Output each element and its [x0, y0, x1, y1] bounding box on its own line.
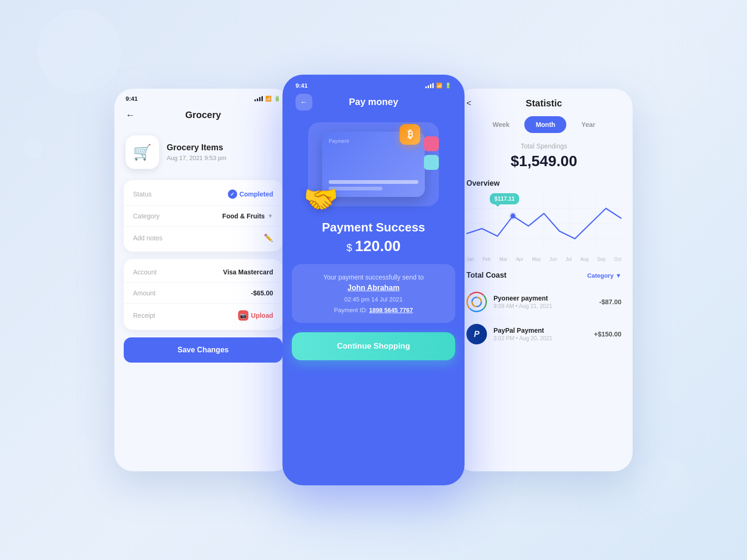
total-spendings: Total Spendings $1,549.00 [455, 142, 633, 179]
pay-info-card: Your payment successfully send to John A… [292, 264, 455, 323]
transaction-item-pyoneer[interactable]: Pyoneer payment 9:09 AM • Aug 21, 2021 -… [466, 286, 621, 318]
edit-icon[interactable]: ✏️ [264, 233, 273, 242]
notes-label: Add notes [133, 234, 162, 242]
status-value: ✓ Completed [228, 189, 273, 199]
chart-tooltip: $117.11 [490, 193, 519, 204]
amount-label: Amount [133, 289, 155, 297]
grocery-back-button[interactable]: ← [126, 110, 135, 120]
x-label-mar: Mar [499, 257, 507, 262]
teal-square [424, 155, 439, 170]
paypal-icon: P [466, 324, 487, 344]
paypal-time: 3:02 PM • Aug 20, 2021 [493, 335, 587, 342]
stat-header: < Statistic [455, 89, 633, 116]
chart-svg [466, 193, 621, 254]
category-row[interactable]: Category Food & Fruits ▼ [124, 206, 282, 227]
grocery-item-text: Grocery Items Aug 17, 2021 9:53 pm [167, 143, 226, 161]
pay-signal-icon [425, 83, 434, 88]
pyoneer-icon [466, 292, 487, 312]
total-coast-section: Total Coast Category ▼ Pyonee [455, 266, 633, 350]
pay-send-text: Your payment successfully send to [301, 273, 446, 281]
pay-title: Pay money [349, 97, 398, 107]
pay-id: Payment ID: 1898 5645 7767 [301, 307, 446, 314]
grocery-item-name: Grocery Items [167, 143, 226, 153]
pyoneer-time: 9:09 AM • Aug 21, 2021 [493, 303, 593, 309]
battery-icon: 🔋 [274, 96, 281, 102]
total-coast-header: Total Coast Category ▼ [466, 271, 621, 280]
time-pay: 9:41 [296, 82, 308, 89]
check-icon: ✓ [228, 189, 237, 199]
save-changes-button[interactable]: Save Changes [124, 337, 282, 363]
phone-stat: < Statistic Week Month Year Total Spendi… [455, 89, 633, 471]
paypal-amount: +$150.00 [594, 330, 621, 338]
svg-point-7 [509, 212, 517, 220]
pyoneer-info: Pyoneer payment 9:09 AM • Aug 21, 2021 [493, 294, 593, 309]
pyoneer-name: Pyoneer payment [493, 294, 593, 302]
time-grocery: 9:41 [126, 95, 138, 102]
status-bar-grocery: 9:41 📶 🔋 [114, 89, 292, 106]
continue-shopping-button[interactable]: Continue Shopping [292, 332, 455, 360]
total-coast-title: Total Coast [466, 271, 507, 280]
receipt-label: Receipt [133, 312, 155, 319]
category-filter-button[interactable]: Category ▼ [587, 272, 621, 279]
amount-row: Amount -$65.00 [124, 283, 282, 304]
transaction-item-paypal[interactable]: P PayPal Payment 3:02 PM • Aug 20, 2021 … [466, 318, 621, 350]
total-spendings-label: Total Spendings [466, 142, 621, 150]
signal-icon [254, 96, 263, 101]
receipt-row[interactable]: Receipt 📷 Upload [124, 304, 282, 327]
x-label-aug: Aug [580, 257, 589, 262]
x-label-jul: Jul [565, 257, 571, 262]
pay-id-link: 1898 5645 7767 [369, 307, 413, 314]
status-bar-pay: 9:41 📶 🔋 [282, 75, 465, 93]
pay-header: ← Pay money [282, 93, 465, 113]
tab-year[interactable]: Year [570, 116, 606, 133]
wifi-icon: 📶 [265, 96, 272, 102]
grocery-item-info: 🛒 Grocery Items Aug 17, 2021 9:53 pm [114, 128, 292, 180]
grocery-header: ← Grocery [114, 106, 292, 128]
card-squares [424, 136, 439, 170]
grocery-payment-card: Account Visa Mastercard Amount -$65.00 R… [124, 259, 282, 330]
paypal-name: PayPal Payment [493, 327, 587, 334]
notes-row[interactable]: Add notes ✏️ [124, 227, 282, 249]
phone-grocery: 9:41 📶 🔋 ← Grocery 🛒 Gro [114, 89, 292, 471]
pay-success-title: Payment Success [296, 220, 451, 235]
category-value: Food & Fruits ▼ [222, 212, 273, 220]
phone-pay: 9:41 📶 🔋 ← Pay money [282, 75, 465, 485]
amount-value: -$65.00 [251, 289, 273, 297]
phones-container: 9:41 📶 🔋 ← Grocery 🛒 Gro [114, 75, 633, 485]
account-label: Account [133, 268, 157, 276]
chart-container: $117.11 [466, 193, 621, 254]
upload-button[interactable]: 📷 Upload [238, 310, 273, 321]
grocery-item-date: Aug 17, 2021 9:53 pm [167, 154, 226, 161]
card-line-1 [329, 180, 418, 184]
stat-back-button[interactable]: < [466, 98, 472, 108]
x-label-oct: Oct [614, 257, 621, 262]
pay-datetime: 02:45 pm 14 Jul 2021 [301, 296, 446, 303]
overview-section: Overview $117.11 [455, 179, 633, 266]
grocery-item-icon: 🛒 [126, 135, 159, 169]
overview-title: Overview [466, 179, 621, 188]
status-row: Status ✓ Completed [124, 183, 282, 206]
pay-illustration: ₿ Payment 🤝 [282, 118, 465, 211]
pyoneer-amount: -$87.00 [599, 298, 621, 306]
pink-square [424, 136, 439, 151]
illustration-card: ₿ Payment 🤝 [308, 122, 439, 206]
camera-icon: 📷 [238, 310, 248, 321]
x-label-apr: Apr [516, 257, 523, 262]
chevron-down-icon: ▼ [615, 272, 621, 279]
account-value: Visa Mastercard [223, 268, 273, 276]
x-label-sep: Sep [597, 257, 606, 262]
pay-status-icons: 📶 🔋 [425, 83, 451, 89]
grocery-title: Grocery [185, 110, 221, 120]
status-icons-grocery: 📶 🔋 [254, 96, 281, 102]
x-label-feb: Feb [483, 257, 491, 262]
chart-x-labels: Jan Feb Mar Apr May Jun Jul Aug Sep Oct [466, 254, 621, 262]
tab-month[interactable]: Month [524, 116, 566, 133]
tab-week[interactable]: Week [481, 116, 521, 133]
x-label-jan: Jan [466, 257, 474, 262]
category-label: Category [133, 212, 160, 220]
total-spendings-amount: $1,549.00 [466, 153, 621, 170]
period-tabs: Week Month Year [455, 116, 633, 142]
pay-back-button[interactable]: ← [296, 94, 312, 111]
paypal-info: PayPal Payment 3:02 PM • Aug 20, 2021 [493, 327, 587, 342]
pay-success-section: Payment Success $ 120.00 [282, 220, 465, 264]
